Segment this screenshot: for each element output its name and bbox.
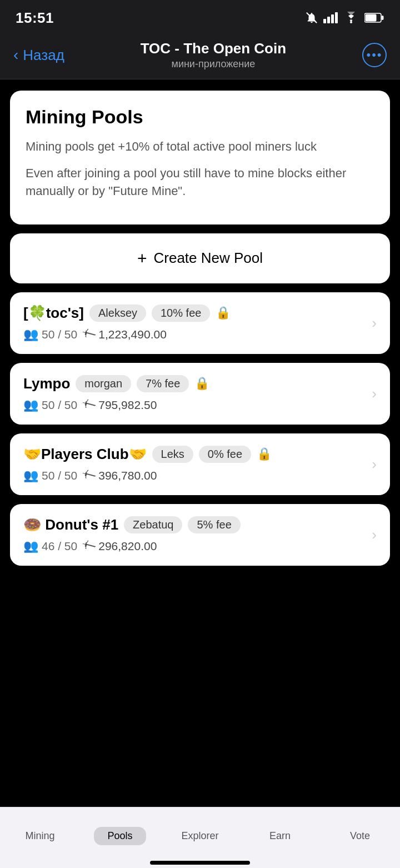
signal-icon — [323, 12, 338, 24]
nav-subtitle: мини-приложение — [64, 58, 362, 70]
members-icon: 👥 — [23, 468, 38, 483]
tab-bar-items: Mining Pools Explorer Earn Vote — [0, 807, 400, 859]
tab-label: Mining — [25, 830, 54, 842]
bell-muted-icon — [306, 12, 318, 24]
more-button[interactable]: ••• — [362, 43, 387, 67]
status-bar: 15:51 — [0, 0, 400, 33]
tab-label: Vote — [350, 830, 370, 842]
svg-rect-3 — [331, 14, 334, 23]
info-desc-2: Even after joining a pool you still have… — [26, 164, 374, 200]
chevron-left-icon: ‹ — [13, 46, 18, 64]
pool-card-3[interactable]: 🍩 Donut's #1 Zebatuq 5% fee 👥 46 / 50 ⛏ … — [10, 504, 390, 566]
tab-earn[interactable]: Earn — [240, 807, 320, 859]
svg-rect-1 — [323, 19, 326, 23]
tab-label: Earn — [269, 830, 291, 842]
back-button[interactable]: ‹ Назад — [13, 46, 64, 64]
create-pool-label: Create New Pool — [153, 250, 263, 267]
svg-rect-4 — [335, 12, 338, 23]
pool-members: 👥 46 / 50 — [23, 539, 77, 553]
hashrate-value: 396,780.00 — [98, 469, 157, 482]
pool-owner-badge: Leks — [152, 446, 193, 463]
tab-label: Explorer — [181, 830, 218, 842]
pool-members: 👥 50 / 50 — [23, 327, 77, 342]
members-count: 50 / 50 — [42, 398, 77, 412]
chevron-right-icon: › — [372, 526, 377, 543]
pool-name: Lympo — [23, 375, 70, 392]
pool-name: [🍀toc's] — [23, 305, 84, 322]
members-count: 50 / 50 — [42, 469, 77, 482]
wifi-icon — [343, 12, 359, 24]
main-content: Mining Pools Mining pools get +10% of to… — [0, 79, 400, 641]
status-time: 15:51 — [16, 9, 54, 27]
back-label[interactable]: Назад — [23, 47, 64, 64]
members-icon: 👥 — [23, 327, 38, 342]
pickaxe-icon: ⛏ — [82, 538, 98, 555]
pool-fee-badge: 10% fee — [152, 305, 210, 322]
pool-fee-badge: 5% fee — [188, 516, 240, 533]
pool-owner-badge: morgan — [76, 375, 131, 392]
hashrate-value: 795,982.50 — [98, 398, 157, 412]
tab-label: Pools — [107, 830, 132, 841]
members-count: 50 / 50 — [42, 328, 77, 341]
nav-title: TOC - The Open Coin — [64, 40, 362, 57]
svg-rect-7 — [366, 14, 377, 22]
battery-icon — [364, 12, 384, 23]
pool-card-1[interactable]: Lympo morgan 7% fee 🔒 👥 50 / 50 ⛏ 795,98… — [10, 363, 390, 425]
pool-list: [🍀toc's] Aleksey 10% fee 🔒 👥 50 / 50 ⛏ 1… — [10, 292, 390, 566]
pool-owner-badge: Aleksey — [89, 305, 146, 322]
plus-icon: + — [137, 249, 147, 268]
pool-members: 👥 50 / 50 — [23, 398, 77, 412]
pool-fee-badge: 7% fee — [137, 375, 189, 392]
info-card: Mining Pools Mining pools get +10% of to… — [10, 91, 390, 225]
tab-vote[interactable]: Vote — [320, 807, 400, 859]
pool-card-2[interactable]: 🤝Players Club🤝 Leks 0% fee 🔒 👥 50 / 50 ⛏… — [10, 433, 390, 495]
nav-title-block: TOC - The Open Coin мини-приложение — [64, 40, 362, 70]
lock-icon: 🔒 — [216, 306, 231, 320]
pool-fee-badge: 0% fee — [199, 446, 251, 463]
members-icon: 👥 — [23, 539, 38, 553]
pool-hashrate: ⛏ 795,982.50 — [84, 398, 157, 412]
tab-bar: Mining Pools Explorer Earn Vote — [0, 807, 400, 868]
pool-hashrate: ⛏ 396,780.00 — [84, 469, 157, 482]
more-dots-icon: ••• — [366, 49, 382, 61]
chevron-right-icon: › — [372, 456, 377, 473]
members-icon: 👥 — [23, 398, 38, 412]
chevron-right-icon: › — [372, 385, 377, 402]
pickaxe-icon: ⛏ — [82, 467, 98, 484]
svg-point-5 — [350, 21, 352, 23]
pool-members: 👥 50 / 50 — [23, 468, 77, 483]
mining-pools-title: Mining Pools — [26, 106, 374, 128]
tab-pools[interactable]: Pools — [80, 807, 160, 859]
members-count: 46 / 50 — [42, 540, 77, 553]
hashrate-value: 1,223,490.00 — [98, 328, 167, 341]
lock-icon: 🔒 — [257, 447, 272, 461]
svg-rect-8 — [382, 16, 384, 20]
tab-mining[interactable]: Mining — [0, 807, 80, 859]
hashrate-value: 296,820.00 — [98, 540, 157, 553]
create-pool-button[interactable]: + Create New Pool — [10, 233, 390, 283]
pool-card-0[interactable]: [🍀toc's] Aleksey 10% fee 🔒 👥 50 / 50 ⛏ 1… — [10, 292, 390, 354]
info-desc-1: Mining pools get +10% of total active po… — [26, 138, 374, 156]
nav-bar: ‹ Назад TOC - The Open Coin мини-приложе… — [0, 33, 400, 79]
pickaxe-icon: ⛏ — [82, 397, 98, 413]
pickaxe-icon: ⛏ — [82, 326, 98, 343]
pool-hashrate: ⛏ 1,223,490.00 — [84, 328, 167, 341]
pool-name: 🍩 Donut's #1 — [23, 516, 118, 533]
pool-hashrate: ⛏ 296,820.00 — [84, 540, 157, 553]
tab-explorer[interactable]: Explorer — [160, 807, 240, 859]
pool-name: 🤝Players Club🤝 — [23, 446, 147, 463]
tab-active-bg: Pools — [94, 827, 146, 845]
home-indicator — [150, 861, 250, 865]
status-icons — [306, 12, 384, 24]
lock-icon: 🔒 — [194, 376, 209, 391]
chevron-right-icon: › — [372, 315, 377, 332]
pool-owner-badge: Zebatuq — [124, 516, 182, 533]
svg-rect-2 — [327, 17, 330, 23]
